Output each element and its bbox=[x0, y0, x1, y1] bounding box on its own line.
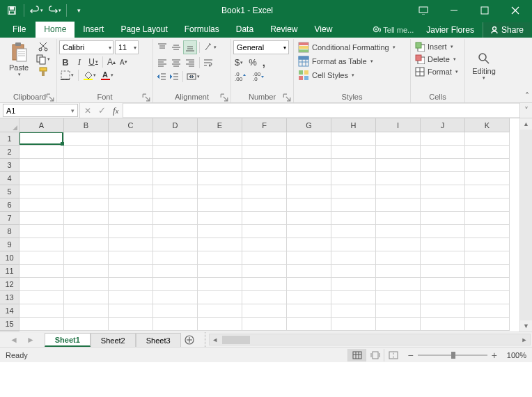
tell-me-search[interactable]: Tell me... bbox=[368, 26, 418, 34]
maximize-icon[interactable] bbox=[469, 1, 500, 20]
increase-decimal-button[interactable]: .0.00 bbox=[233, 70, 249, 81]
delete-cells-button[interactable]: Delete▾ bbox=[413, 53, 458, 65]
formula-bar[interactable] bbox=[123, 103, 519, 118]
font-name-combo[interactable]: Calibri▾ bbox=[59, 40, 114, 54]
user-name[interactable]: Javier Flores bbox=[422, 25, 478, 35]
align-middle-button[interactable] bbox=[169, 40, 183, 54]
sheet-tab-3[interactable]: Sheet3 bbox=[136, 333, 181, 347]
percent-format-button[interactable]: % bbox=[247, 56, 258, 68]
expand-formula-bar-icon[interactable]: ˅ bbox=[519, 103, 532, 118]
col-header[interactable]: G bbox=[287, 118, 331, 132]
tab-view[interactable]: View bbox=[306, 22, 341, 38]
tab-data[interactable]: Data bbox=[228, 22, 262, 38]
number-format-combo[interactable]: General▾ bbox=[233, 40, 289, 54]
align-top-button[interactable] bbox=[155, 40, 169, 54]
ribbon-options-icon[interactable] bbox=[408, 1, 439, 20]
minimize-icon[interactable] bbox=[439, 1, 469, 20]
paste-button[interactable]: Paste ▾ bbox=[5, 40, 33, 79]
row-header[interactable]: 12 bbox=[0, 278, 19, 291]
increase-indent-button[interactable] bbox=[168, 71, 180, 82]
increase-font-button[interactable]: A▴ bbox=[106, 56, 117, 68]
merge-button[interactable]: ▾ bbox=[185, 71, 201, 82]
dialog-launcher-icon[interactable] bbox=[283, 93, 291, 102]
col-header[interactable]: C bbox=[109, 118, 153, 132]
row-header[interactable]: 9 bbox=[0, 238, 19, 251]
zoom-level[interactable]: 100% bbox=[507, 351, 526, 359]
insert-cells-button[interactable]: Insert▾ bbox=[413, 40, 455, 53]
page-layout-view-button[interactable] bbox=[366, 349, 384, 361]
cancel-formula-icon[interactable]: ✕ bbox=[84, 106, 91, 116]
decrease-font-button[interactable]: A▾ bbox=[118, 58, 129, 67]
format-cells-button[interactable]: Format▾ bbox=[413, 65, 460, 78]
col-header[interactable]: B bbox=[64, 118, 109, 132]
tab-review[interactable]: Review bbox=[262, 22, 306, 38]
new-sheet-button[interactable] bbox=[181, 332, 198, 347]
row-header[interactable]: 10 bbox=[0, 251, 19, 265]
format-as-table-button[interactable]: Format as Table▾ bbox=[296, 54, 375, 68]
row-header[interactable]: 4 bbox=[0, 172, 19, 185]
collapse-ribbon-icon[interactable]: ˄ bbox=[525, 91, 529, 101]
row-header[interactable]: 13 bbox=[0, 291, 19, 304]
page-break-view-button[interactable] bbox=[384, 349, 402, 361]
cell-styles-button[interactable]: Cell Styles▾ bbox=[296, 68, 357, 82]
sheet-tab-2[interactable]: Sheet2 bbox=[91, 333, 136, 347]
tab-insert[interactable]: Insert bbox=[75, 22, 112, 38]
col-header[interactable]: H bbox=[331, 118, 376, 132]
scroll-down-icon[interactable]: ▼ bbox=[523, 320, 529, 332]
fx-icon[interactable]: fx bbox=[113, 105, 118, 116]
select-all-corner[interactable] bbox=[0, 118, 19, 132]
tab-file[interactable]: File bbox=[3, 22, 36, 38]
row-header[interactable]: 3 bbox=[0, 159, 19, 172]
tab-formulas[interactable]: Formulas bbox=[176, 22, 228, 38]
row-header[interactable]: 8 bbox=[0, 225, 19, 238]
cell-area[interactable] bbox=[19, 132, 519, 332]
cut-button[interactable] bbox=[34, 40, 52, 53]
decrease-indent-button[interactable] bbox=[155, 71, 168, 82]
row-header[interactable]: 5 bbox=[0, 185, 19, 198]
row-header[interactable]: 6 bbox=[0, 198, 19, 212]
scroll-right-icon[interactable]: ► bbox=[519, 336, 530, 343]
tab-home[interactable]: Home bbox=[36, 22, 75, 38]
bold-button[interactable]: B bbox=[59, 56, 72, 68]
col-header[interactable]: E bbox=[198, 118, 242, 132]
col-header[interactable]: J bbox=[421, 118, 465, 132]
dialog-launcher-icon[interactable] bbox=[142, 93, 150, 102]
save-icon[interactable] bbox=[4, 3, 19, 18]
qat-customize-icon[interactable]: ▾ bbox=[71, 3, 86, 18]
italic-button[interactable]: I bbox=[73, 56, 86, 68]
row-header[interactable]: 14 bbox=[0, 304, 19, 318]
format-painter-button[interactable] bbox=[34, 65, 52, 78]
comma-format-button[interactable]: , bbox=[261, 56, 267, 69]
tab-page-layout[interactable]: Page Layout bbox=[112, 22, 175, 38]
fill-color-button[interactable]: ▾ bbox=[81, 70, 97, 81]
col-header[interactable]: D bbox=[153, 118, 198, 132]
sheet-nav-next-icon[interactable]: ► bbox=[26, 335, 35, 345]
dialog-launcher-icon[interactable] bbox=[46, 93, 54, 102]
row-header[interactable]: 1 bbox=[0, 132, 19, 146]
zoom-in-button[interactable]: + bbox=[492, 350, 497, 361]
sheet-tab-1[interactable]: Sheet1 bbox=[45, 333, 91, 347]
copy-button[interactable]: ▾ bbox=[34, 53, 52, 65]
col-header[interactable]: K bbox=[465, 118, 510, 132]
col-header[interactable]: I bbox=[376, 118, 421, 132]
row-header[interactable]: 7 bbox=[0, 212, 19, 225]
font-size-combo[interactable]: 11▾ bbox=[115, 40, 139, 54]
align-bottom-button[interactable] bbox=[183, 40, 197, 54]
align-right-button[interactable] bbox=[183, 56, 197, 70]
name-box[interactable]: A1▾ bbox=[3, 104, 78, 117]
sheet-nav-prev-icon[interactable]: ◄ bbox=[10, 335, 18, 345]
col-header[interactable]: A bbox=[19, 118, 64, 132]
zoom-slider[interactable] bbox=[418, 355, 487, 356]
underline-button[interactable]: U▾ bbox=[87, 56, 100, 68]
find-select-button[interactable]: Editing ▾ bbox=[468, 49, 500, 84]
dialog-launcher-icon[interactable] bbox=[220, 93, 228, 102]
row-header[interactable]: 2 bbox=[0, 146, 19, 159]
border-button[interactable]: ▾ bbox=[59, 70, 75, 81]
enter-formula-icon[interactable]: ✓ bbox=[98, 105, 106, 116]
vertical-scrollbar[interactable]: ▲ ▼ bbox=[519, 118, 532, 332]
zoom-out-button[interactable]: − bbox=[407, 350, 413, 361]
col-header[interactable]: F bbox=[242, 118, 287, 132]
scroll-up-icon[interactable]: ▲ bbox=[523, 118, 529, 130]
row-header[interactable]: 15 bbox=[0, 318, 19, 331]
normal-view-button[interactable] bbox=[347, 349, 366, 361]
